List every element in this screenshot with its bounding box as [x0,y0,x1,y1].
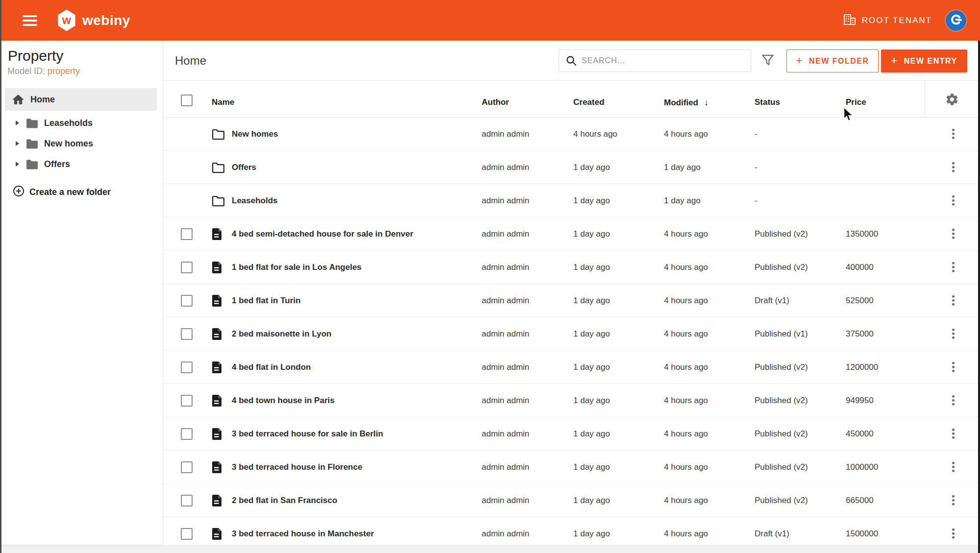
row-actions-kebab-icon[interactable] [948,326,958,342]
sidebar-folder-item[interactable]: New homes [0,133,163,154]
row-created: 1 day ago [573,329,610,339]
table-row[interactable]: 1 bed flat in Turin admin admin 1 day ag… [163,284,980,317]
table-row[interactable]: Leaseholds admin admin 1 day ago 1 day a… [163,184,980,217]
filter-icon[interactable] [761,53,775,69]
document-icon [212,460,222,474]
chevron-right-icon[interactable] [16,120,19,125]
table-row[interactable]: Offers admin admin 1 day ago 1 day ago - [163,151,980,184]
row-name[interactable]: 4 bed semi-detached house for sale in De… [232,229,413,239]
table-row[interactable]: 2 bed maisonette in Lyon admin admin 1 d… [163,317,980,351]
chevron-right-icon[interactable] [16,141,19,146]
row-checkbox[interactable] [181,295,193,307]
table-row[interactable]: 1 bed flat for sale in Los Angeles admin… [163,251,980,284]
row-price: 450000 [846,429,874,439]
row-name[interactable]: 3 bed terraced house in Manchester [232,529,374,539]
plus-icon: + [891,54,898,67]
select-all-checkbox[interactable] [181,95,193,106]
row-name[interactable]: New homes [232,129,278,139]
row-actions-kebab-icon[interactable] [948,492,958,508]
row-created: 1 day ago [573,462,610,472]
row-name[interactable]: 4 bed town house in Paris [232,396,335,406]
row-author: admin admin [482,529,529,539]
table-row[interactable]: 3 bed terraced house in Florence admin a… [163,451,980,484]
row-status: Published (v2) [755,429,808,439]
model-id-value[interactable]: property [48,66,80,76]
row-checkbox[interactable] [181,262,193,273]
row-name[interactable]: 2 bed flat in San Francisco [232,496,337,505]
user-avatar[interactable] [946,10,966,31]
search-input[interactable] [582,50,751,72]
row-name[interactable]: Leaseholds [232,196,278,206]
table-row[interactable]: 2 bed flat in San Francisco admin admin … [163,484,980,517]
row-actions-kebab-icon[interactable] [948,359,958,375]
row-checkbox[interactable] [181,228,193,240]
table-row[interactable]: 3 bed terraced house for sale in Berlin … [163,417,980,451]
row-checkbox[interactable] [181,428,193,440]
row-checkbox[interactable] [181,495,193,506]
tenant-selector[interactable]: ROOT TENANT [843,14,932,27]
row-name[interactable]: 1 bed flat in Turin [232,296,300,306]
table-row[interactable]: 3 bed terraced house in Manchester admin… [163,517,980,545]
row-actions-kebab-icon[interactable] [948,192,958,209]
row-checkbox[interactable] [181,461,193,473]
breadcrumb-title: Home [175,54,206,68]
hamburger-menu-icon[interactable] [23,13,37,28]
row-name[interactable]: 4 bed flat in London [232,362,311,372]
plus-circle-icon [13,185,24,199]
column-settings-gear-icon[interactable] [945,93,959,108]
column-header-author[interactable]: Author [482,97,509,107]
row-name[interactable]: 3 bed terraced house in Florence [232,462,362,472]
table-row[interactable]: 4 bed semi-detached house for sale in De… [163,217,980,251]
window-right-scrollbar[interactable] [978,41,980,553]
row-actions-kebab-icon[interactable] [948,526,958,542]
row-checkbox[interactable] [181,328,193,340]
chevron-right-icon[interactable] [16,162,19,167]
row-checkbox[interactable] [181,361,193,373]
row-checkbox[interactable] [181,395,193,407]
row-name[interactable]: 2 bed maisonette in Lyon [232,329,331,339]
row-actions-kebab-icon[interactable] [948,459,958,475]
webiny-logo-icon[interactable]: w [57,10,76,31]
document-icon [212,294,222,307]
row-author: admin admin [482,329,529,339]
row-created: 1 day ago [573,196,610,206]
sidebar-item-home[interactable]: Home [5,88,157,111]
model-title: Property [8,48,163,64]
row-price: 949950 [846,396,874,406]
sidebar-folder-item[interactable]: Offers [0,154,163,174]
row-created: 1 day ago [573,163,610,172]
new-entry-button[interactable]: + NEW ENTRY [881,49,967,72]
sidebar-folder-item[interactable]: Leaseholds [0,113,163,133]
row-created: 1 day ago [573,396,610,406]
row-modified: 1 day ago [664,196,701,206]
row-status: Draft (v1) [755,529,789,539]
row-modified: 4 hours ago [664,462,708,472]
row-actions-kebab-icon[interactable] [948,226,958,242]
column-header-modified[interactable]: Modified ↓ [664,97,709,108]
row-checkbox[interactable] [181,528,193,540]
create-folder-button[interactable]: Create a new folder [0,185,163,199]
row-actions-kebab-icon[interactable] [948,126,958,142]
table-row[interactable]: New homes admin admin 4 hours ago 4 hour… [163,118,980,151]
row-name[interactable]: 3 bed terraced house for sale in Berlin [232,429,383,439]
row-actions-kebab-icon[interactable] [948,259,958,275]
row-actions-kebab-icon[interactable] [948,426,958,442]
folder-icon [212,128,225,140]
new-folder-button[interactable]: + NEW FOLDER [786,49,879,72]
row-actions-kebab-icon[interactable] [948,159,958,175]
row-name[interactable]: 1 bed flat for sale in Los Angeles [232,263,362,272]
row-name[interactable]: Offers [232,163,256,172]
column-header-name[interactable]: Name [212,97,234,107]
table-row[interactable]: 4 bed flat in London admin admin 1 day a… [163,351,980,384]
table-row[interactable]: 4 bed town house in Paris admin admin 1 … [163,384,980,417]
row-actions-kebab-icon[interactable] [948,292,958,309]
row-author: admin admin [482,496,529,505]
folder-icon [26,118,38,128]
avatar-power-icon [950,13,962,28]
column-header-status[interactable]: Status [755,97,780,107]
column-header-created[interactable]: Created [573,97,604,107]
row-modified: 4 hours ago [664,129,708,139]
column-header-price[interactable]: Price [846,97,866,107]
row-actions-kebab-icon[interactable] [948,392,958,409]
row-price: 375000 [846,329,874,339]
